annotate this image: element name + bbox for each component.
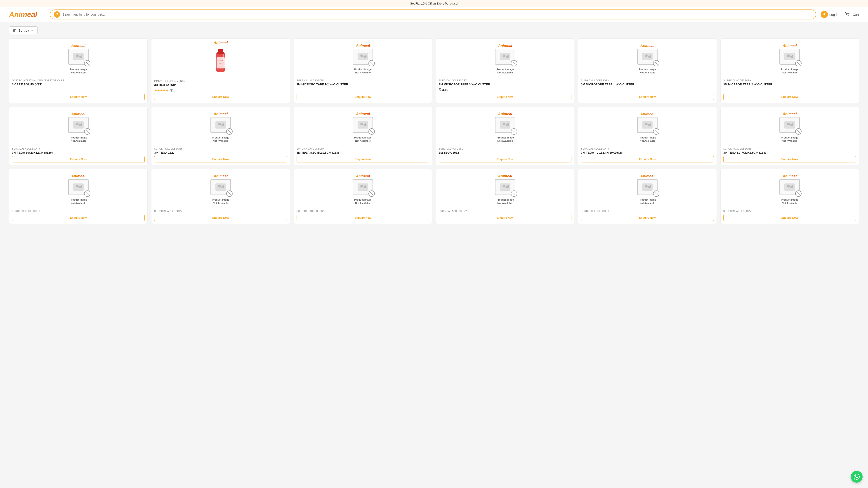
placeholder-text: Product ImageNot Available bbox=[781, 198, 798, 205]
sort-label: Sort by bbox=[18, 29, 29, 32]
enquire-button[interactable]: Enquire Now bbox=[12, 94, 145, 100]
svg-point-61 bbox=[76, 185, 79, 188]
product-logo: Animeal bbox=[782, 112, 797, 116]
enquire-button[interactable]: Enquire Now bbox=[154, 94, 287, 100]
product-info: GASTRO INTESTINAL AND DIGESTIVE CARE 3 C… bbox=[9, 77, 147, 103]
sort-button[interactable]: Sort by bbox=[9, 26, 37, 34]
product-logo: Animeal bbox=[71, 174, 86, 178]
product-card: Animeal Product ImageNot Available SU bbox=[151, 169, 290, 224]
product-logo: Animeal bbox=[782, 44, 797, 48]
placeholder-animal-icon bbox=[357, 183, 368, 192]
product-info: SURGICAL ACCESSORY 3M MICROPO TAPE 1/2 W… bbox=[294, 77, 432, 103]
svg-point-81 bbox=[787, 185, 790, 188]
no-image-sign bbox=[795, 191, 802, 197]
cart-button[interactable]: Cart bbox=[844, 11, 859, 18]
enquire-button[interactable]: Enquire Now bbox=[12, 215, 145, 221]
product-logo: Animeal bbox=[640, 44, 654, 48]
enquire-button[interactable]: Enquire Now bbox=[581, 215, 714, 221]
placeholder-text: Product ImageNot Available bbox=[781, 136, 798, 142]
svg-point-39 bbox=[81, 123, 82, 124]
search-input[interactable] bbox=[62, 13, 812, 16]
sort-bar: Sort by bbox=[9, 26, 859, 34]
svg-point-41 bbox=[218, 123, 221, 125]
enquire-button[interactable]: Enquire Now bbox=[297, 156, 429, 162]
product-card: Animeal Product ImageNot Available SU bbox=[720, 169, 859, 224]
enquire-button[interactable]: Enquire Now bbox=[439, 215, 571, 221]
enquire-button[interactable]: Enquire Now bbox=[154, 156, 287, 162]
svg-point-82 bbox=[790, 186, 794, 188]
product-card: Animeal Product ImageNot Available SU bbox=[720, 38, 859, 103]
svg-point-29 bbox=[645, 55, 648, 57]
placeholder-text: Product ImageNot Available bbox=[70, 68, 87, 74]
placeholder-animal-icon bbox=[784, 183, 795, 192]
placeholder-animal-icon bbox=[73, 121, 84, 129]
login-button[interactable]: Log in bbox=[821, 11, 839, 18]
product-info: SURGICAL ACCESSORY 3M MICROPORE TAPE 1 W… bbox=[578, 77, 716, 103]
product-card: Animeal Product ImageNot Available SU bbox=[578, 38, 717, 103]
placeholder-text: Product ImageNot Available bbox=[496, 68, 514, 74]
svg-point-66 bbox=[221, 186, 224, 188]
product-name: 3M MICROPOR TAPE 3 W/O CUTTER bbox=[439, 83, 571, 87]
product-image-area: Animeal Product ImageNot Available bbox=[578, 107, 716, 145]
enquire-button[interactable]: Enquire Now bbox=[723, 215, 856, 221]
placeholder-text: Product ImageNot Available bbox=[639, 136, 656, 142]
enquire-button[interactable]: Enquire Now bbox=[581, 156, 714, 162]
placeholder-animal-icon bbox=[215, 121, 226, 129]
promo-banner: Get Flat 10% Off on Every Purchase! bbox=[0, 0, 868, 7]
product-logo: Animeal bbox=[498, 112, 512, 116]
product-img-placeholder bbox=[779, 49, 800, 65]
product-info: SURGICAL ACCESSORY Enquire Now bbox=[436, 207, 574, 224]
enquire-button[interactable]: Enquire Now bbox=[581, 94, 714, 100]
product-info: SURGICAL ACCESSORY Enquire Now bbox=[151, 207, 289, 224]
svg-point-78 bbox=[648, 186, 651, 188]
enquire-button[interactable]: Enquire Now bbox=[439, 94, 571, 100]
product-card: Animeal Product ImageNot Available SU bbox=[9, 107, 148, 165]
no-image-sign bbox=[368, 60, 375, 66]
login-label: Log in bbox=[829, 13, 839, 17]
svg-point-22 bbox=[364, 56, 367, 58]
placeholder-image: Animeal Product ImageNot Available bbox=[779, 174, 800, 205]
enquire-button[interactable]: Enquire Now bbox=[439, 156, 571, 162]
product-card: Animeal Product ImageNot Available SU bbox=[436, 38, 575, 103]
product-image-area: Animeal Product ImageNot Available bbox=[151, 107, 289, 145]
product-card: Animeal Product ImageNot Available SU bbox=[720, 107, 859, 165]
placeholder-image: Animeal Product ImageNot Available bbox=[637, 44, 657, 74]
enquire-button[interactable]: Enquire Now bbox=[297, 215, 429, 221]
logo[interactable]: Animeal bbox=[9, 10, 45, 19]
placeholder-animal-icon bbox=[784, 52, 795, 61]
no-image-sign bbox=[368, 191, 375, 197]
no-image-sign bbox=[511, 60, 517, 66]
svg-point-10 bbox=[79, 56, 82, 58]
enquire-button[interactable]: Enquire Now bbox=[723, 94, 856, 100]
enquire-button[interactable]: Enquire Now bbox=[297, 94, 429, 100]
product-category: SURGICAL ACCESSORY bbox=[723, 210, 856, 213]
svg-point-9 bbox=[76, 55, 79, 57]
svg-point-27 bbox=[507, 55, 509, 56]
enquire-button[interactable]: Enquire Now bbox=[723, 156, 856, 162]
product-logo: Animeal bbox=[214, 174, 228, 178]
placeholder-animal-icon bbox=[500, 183, 511, 192]
svg-point-46 bbox=[364, 124, 367, 126]
enquire-button[interactable]: Enquire Now bbox=[12, 156, 145, 162]
product-card: Animeal Product ImageNot Available SU bbox=[293, 169, 432, 224]
product-img-placeholder bbox=[637, 49, 657, 65]
svg-point-11 bbox=[81, 55, 82, 56]
product-img-placeholder bbox=[211, 117, 231, 133]
placeholder-text: Product ImageNot Available bbox=[781, 68, 798, 74]
svg-point-58 bbox=[790, 124, 794, 126]
header-actions: Log in Cart bbox=[821, 11, 859, 18]
product-category: SURGICAL ACCESSORY bbox=[12, 148, 145, 150]
placeholder-animal-icon bbox=[357, 121, 368, 129]
product-img-placeholder bbox=[779, 117, 800, 133]
product-name: 3M MICROPO TAPE 1/2 W/O CUTTER bbox=[297, 83, 429, 92]
enquire-button[interactable]: Enquire Now bbox=[154, 215, 287, 221]
placeholder-animal-icon bbox=[73, 52, 84, 61]
svg-rect-19 bbox=[223, 54, 224, 61]
placeholder-image: Animeal Product ImageNot Available bbox=[211, 112, 231, 142]
svg-point-47 bbox=[365, 123, 366, 124]
product-card: Animeal Product ImageNot Available SU bbox=[9, 169, 148, 224]
product-card: Animeal Product ImageNot Available SU bbox=[578, 107, 717, 165]
product-logo: Animeal bbox=[356, 174, 370, 178]
product-image-area: Animeal Product ImageNot Available bbox=[578, 39, 716, 77]
no-image-sign bbox=[84, 128, 90, 135]
